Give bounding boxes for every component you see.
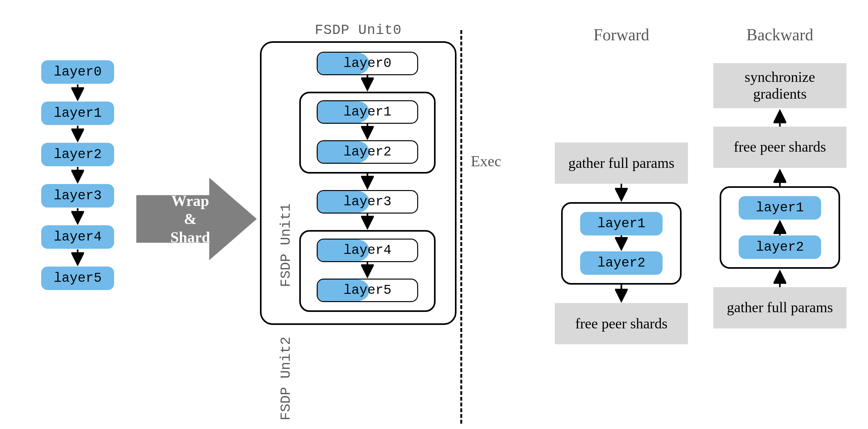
backward-column: Backward synchronize gradients free peer… bbox=[710, 25, 849, 328]
layer-box: layer1 bbox=[739, 196, 821, 220]
layer-label: layer5 bbox=[54, 271, 101, 286]
arrow-gap bbox=[290, 174, 445, 190]
backward-title: Backward bbox=[747, 25, 813, 44]
layer-box: layer5 bbox=[41, 266, 114, 290]
fsdp-units-column: FSDP Unit0 FSDP Unit1 FSDP Unit2 layer0 … bbox=[260, 22, 457, 325]
shard-label: layer1 bbox=[343, 105, 391, 120]
layer-box: layer2 bbox=[41, 143, 114, 166]
fsdp-unit0-box: FSDP Unit1 FSDP Unit2 layer0 layer1 laye… bbox=[260, 41, 457, 325]
dashed-connector-icon bbox=[461, 162, 468, 164]
arrow-gap bbox=[710, 269, 849, 287]
shard-layer-box: layer4 bbox=[317, 239, 418, 262]
arrow-down-icon bbox=[361, 174, 374, 190]
layer-label: layer4 bbox=[54, 229, 101, 245]
shard-layer-box: layer3 bbox=[317, 190, 418, 213]
arrow-gap bbox=[41, 207, 114, 225]
arrow-gap bbox=[290, 213, 445, 230]
fsdp-unit2-box: layer4 layer5 bbox=[299, 230, 436, 312]
arrow-up-icon bbox=[774, 108, 786, 126]
wrap-shard-arrow: Wrap & Shard bbox=[136, 178, 257, 260]
layer-label: layer2 bbox=[597, 255, 645, 271]
layer-box: layer2 bbox=[739, 235, 821, 259]
wrap-text: Wrap bbox=[171, 192, 209, 209]
free-shards-block: free peer shards bbox=[555, 303, 688, 344]
arrow-down-icon bbox=[71, 126, 84, 142]
arrow-down-icon bbox=[71, 84, 84, 101]
arrow-gap bbox=[41, 249, 114, 266]
arrow-gap bbox=[552, 184, 691, 202]
arrow-gap bbox=[710, 168, 849, 186]
fsdp-unit2-label: FSDP Unit2 bbox=[278, 337, 294, 421]
arrow-up-icon bbox=[774, 168, 786, 186]
gather-text: gather full params bbox=[727, 299, 833, 316]
layer-label: layer1 bbox=[756, 200, 804, 216]
shard-label: layer5 bbox=[343, 283, 391, 298]
shard-label: layer0 bbox=[343, 56, 391, 71]
plain-layers-column: layer0 layer1 layer2 layer3 layer4 layer… bbox=[41, 60, 114, 290]
arrow-down-icon bbox=[71, 249, 84, 266]
layer-label: layer1 bbox=[54, 106, 101, 121]
arrow-gap bbox=[308, 262, 426, 279]
layer-label: layer2 bbox=[54, 147, 101, 162]
layer-label: layer1 bbox=[597, 216, 645, 231]
shard-layer-box: layer1 bbox=[317, 100, 418, 124]
layer-label: layer3 bbox=[54, 188, 101, 203]
shard-text: Shard bbox=[170, 229, 210, 246]
layer-box: layer0 bbox=[41, 60, 114, 84]
arrow-down-icon bbox=[615, 285, 628, 303]
forward-title: Forward bbox=[593, 25, 649, 44]
layer-box: layer3 bbox=[41, 184, 114, 207]
arrow-down-icon bbox=[71, 167, 84, 183]
shard-layer-box: layer5 bbox=[317, 279, 418, 302]
free-text: free peer shards bbox=[575, 315, 667, 332]
big-arrow-text: Wrap & Shard bbox=[170, 192, 210, 247]
layer-box: layer1 bbox=[580, 212, 662, 235]
layer-box: layer2 bbox=[580, 251, 662, 275]
gather-params-block: gather full params bbox=[713, 287, 846, 328]
sync-gradients-block: synchronize gradients bbox=[713, 63, 846, 108]
arrow-up-icon bbox=[774, 269, 786, 287]
arrow-gap bbox=[308, 124, 426, 140]
arrow-gap bbox=[572, 235, 671, 251]
shard-layer-box: layer0 bbox=[317, 52, 418, 75]
sync-text: synchronize gradients bbox=[720, 69, 840, 103]
shard-label: layer2 bbox=[343, 144, 391, 160]
dashed-divider bbox=[460, 30, 462, 424]
amp-text: & bbox=[184, 210, 196, 227]
arrow-down-icon bbox=[361, 75, 374, 92]
backward-unit-box: layer1 layer2 bbox=[720, 186, 840, 269]
forward-column: Forward gather full params layer1 layer2… bbox=[552, 25, 691, 344]
layer-label: layer2 bbox=[756, 239, 804, 255]
gather-params-block: gather full params bbox=[555, 142, 688, 184]
arrow-gap bbox=[290, 75, 445, 92]
arrow-gap bbox=[710, 108, 849, 126]
gather-text: gather full params bbox=[568, 155, 675, 172]
shard-label: layer3 bbox=[343, 194, 391, 209]
forward-unit-box: layer1 layer2 bbox=[561, 202, 682, 285]
shard-label: layer4 bbox=[343, 243, 391, 258]
exec-label: Exec bbox=[471, 152, 501, 170]
fsdp-unit1-box: layer1 layer2 bbox=[299, 92, 436, 174]
arrow-down-icon bbox=[361, 124, 374, 140]
fsdp-unit0-label: FSDP Unit0 bbox=[260, 22, 457, 38]
layer-box: layer4 bbox=[41, 225, 114, 249]
free-shards-block: free peer shards bbox=[713, 126, 846, 168]
free-text: free peer shards bbox=[734, 139, 826, 155]
arrow-gap bbox=[41, 166, 114, 184]
arrow-down-icon bbox=[361, 262, 374, 279]
arrow-gap bbox=[41, 125, 114, 143]
arrow-down-icon bbox=[361, 213, 374, 230]
arrow-gap bbox=[41, 84, 114, 102]
layer-box: layer1 bbox=[41, 102, 114, 125]
arrow-up-icon bbox=[774, 220, 786, 235]
arrow-gap bbox=[552, 285, 691, 303]
arrow-down-icon bbox=[71, 208, 84, 225]
layer-label: layer0 bbox=[54, 64, 101, 80]
arrow-gap bbox=[731, 220, 829, 235]
shard-layer-box: layer2 bbox=[317, 140, 418, 164]
arrow-down-icon bbox=[615, 235, 628, 251]
arrow-down-icon bbox=[615, 184, 628, 202]
